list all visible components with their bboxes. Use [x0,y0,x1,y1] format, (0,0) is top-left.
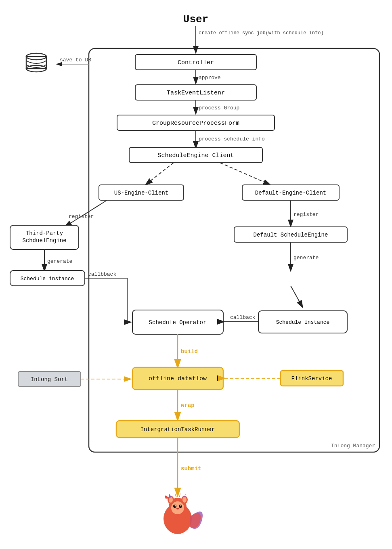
svg-point-40 [169,497,173,503]
squirrel-mascot [164,493,203,534]
register-left-label: register [69,214,94,220]
schedule-instance-right-label: Schedule instance [276,319,330,325]
callbback-label: callbback [88,271,116,277]
svg-line-14 [220,163,270,185]
callback-label: callback [230,314,256,321]
us-engine-client-label: US-Engine-Client [114,190,168,196]
database-icon [26,53,46,72]
architecture-diagram: InLong Manager save to DB User create of… [0,0,392,549]
build-label: build [181,348,198,355]
svg-point-38 [176,508,179,509]
default-engine-client-label: Default-Engine-Client [255,190,326,196]
process-group-label: process Group [199,105,239,111]
group-resource-label: GroupResourceProcessForm [152,120,239,127]
inlong-manager-label: InLong Manager [331,443,375,449]
svg-line-23 [291,286,303,308]
controller-label: Controller [178,59,214,66]
third-party-engine-label1: Third-Party [26,230,63,237]
svg-point-42 [182,497,187,503]
svg-line-13 [145,163,174,185]
user-node: User [183,13,208,25]
wrap-label: wrap [181,402,195,409]
submit-label: submit [181,465,201,472]
generate-right-label: generate [293,255,319,261]
register-right-label: register [293,212,319,218]
create-job-label: create offline sync job(with schedule in… [199,30,324,36]
svg-point-37 [180,505,182,507]
svg-point-35 [175,505,176,507]
process-schedule-label: process schedule info [199,136,265,142]
flink-service-label: FlinkService [291,375,332,382]
integration-task-runner-label: IntergrationTaskRunner [140,426,215,433]
generate-left-label: generate [47,258,72,264]
schedule-engine-client-label: ScheduleEngine Client [157,152,234,159]
schedule-instance-left-label: Schedule instance [21,276,74,282]
offline-dataflow-label: offline dataflow [149,375,207,382]
third-party-engine-label2: SchduelEngine [22,237,66,244]
default-schedule-engine-label: Default ScheduleEngine [254,232,328,238]
save-to-db-label: save to DB [60,57,91,63]
task-event-label: TaskEventListenr [167,90,225,96]
approve-label: approve [199,75,221,81]
schedule-operator-label: Schedule Operator [149,319,207,326]
inlong-sort-label: InLong Sort [31,376,68,383]
diagram-container: InLong Manager save to DB User create of… [0,0,392,549]
